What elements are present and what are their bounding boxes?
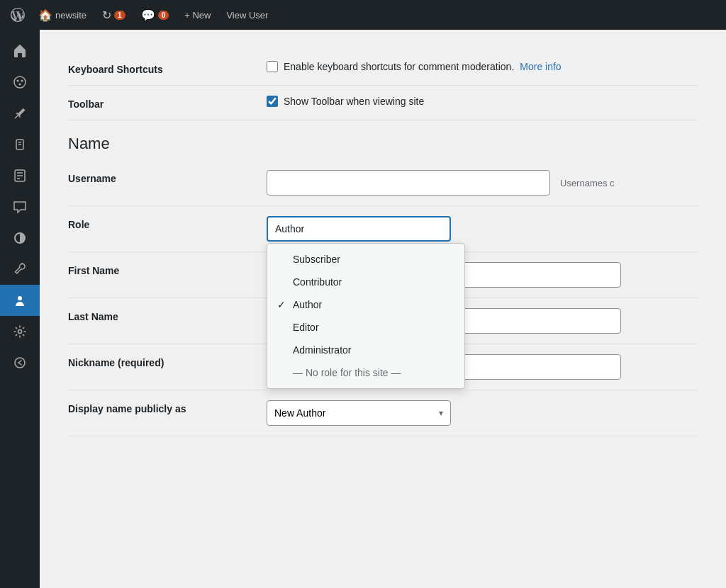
role-select-wrapper: Author Subscriber Contributor Author — [267, 216, 451, 242]
adminbar-updates[interactable]: ↻ 1 — [96, 0, 131, 30]
sidebar-item-pinned[interactable] — [0, 98, 40, 129]
display-name-value: New Author — [274, 407, 325, 419]
username-input[interactable] — [267, 170, 550, 196]
sidebar-item-dashboard[interactable] — [0, 35, 40, 67]
display-name-label: Display name publicly as — [68, 400, 267, 414]
chevron-down-icon: ▾ — [439, 408, 443, 418]
toolbar-control: Show Toolbar when viewing site — [267, 96, 698, 107]
keyboard-shortcuts-checkbox-label: Enable keyboard shortcuts for comment mo… — [284, 61, 514, 72]
adminbar-site[interactable]: 🏠 newsite — [33, 0, 92, 30]
adminbar-new[interactable]: + New — [179, 0, 216, 30]
last-name-label: Last Name — [68, 308, 267, 322]
display-name-row: Display name publicly as New Author ▾ — [68, 390, 698, 436]
keyboard-shortcuts-row: Keyboard Shortcuts Enable keyboard short… — [68, 51, 698, 86]
username-row: Username Usernames c — [68, 160, 698, 206]
sidebar-item-customize[interactable] — [0, 67, 40, 98]
sidebar-item-pages[interactable] — [0, 160, 40, 191]
role-dropdown-menu: Subscriber Contributor Author Editor Adm — [267, 243, 465, 389]
nickname-label: Nickname (required) — [68, 354, 267, 368]
username-hint: Usernames c — [560, 178, 615, 188]
display-name-control: New Author ▾ — [267, 400, 698, 426]
keyboard-shortcuts-control: Enable keyboard shortcuts for comment mo… — [267, 61, 698, 72]
sidebar-item-collapse[interactable] — [0, 347, 40, 378]
adminbar-comments[interactable]: 💬 0 — [135, 0, 175, 30]
keyboard-shortcuts-label: Keyboard Shortcuts — [68, 61, 267, 75]
role-select-button[interactable]: Author — [267, 216, 451, 242]
svg-point-0 — [14, 77, 26, 88]
first-name-label: First Name — [68, 262, 267, 276]
sidebar-item-settings[interactable] — [0, 316, 40, 347]
sidebar-item-plugins[interactable] — [0, 129, 40, 160]
dropdown-item-administrator[interactable]: Administrator — [267, 339, 464, 361]
svg-point-11 — [18, 296, 22, 300]
toolbar-checkbox[interactable] — [267, 96, 278, 107]
svg-point-2 — [21, 80, 23, 82]
role-control: Author Subscriber Contributor Author — [267, 216, 698, 242]
sidebar-item-comments[interactable] — [0, 191, 40, 222]
dropdown-item-contributor[interactable]: Contributor — [267, 271, 464, 293]
adminbar-view-user[interactable]: View User — [220, 0, 274, 30]
sidebar — [0, 30, 40, 588]
toolbar-label: Toolbar — [68, 96, 267, 110]
dropdown-item-author[interactable]: Author — [267, 293, 464, 316]
username-control: Usernames c — [267, 170, 698, 196]
username-label: Username — [68, 170, 267, 184]
toolbar-checkbox-label: Show Toolbar when viewing site — [284, 96, 424, 107]
dropdown-item-subscriber[interactable]: Subscriber — [267, 248, 464, 271]
sidebar-item-appearance[interactable] — [0, 222, 40, 254]
more-info-link[interactable]: More info — [520, 61, 561, 72]
svg-point-1 — [17, 80, 19, 82]
sidebar-item-tools[interactable] — [0, 254, 40, 285]
main-layout: Keyboard Shortcuts Enable keyboard short… — [0, 30, 726, 588]
svg-point-13 — [15, 358, 25, 368]
role-row: Role Author Subscriber Contributor — [68, 206, 698, 252]
toolbar-row: Toolbar Show Toolbar when viewing site — [68, 86, 698, 120]
svg-point-3 — [19, 84, 21, 86]
admin-bar: 🏠 newsite ↻ 1 💬 0 + New View User — [0, 0, 726, 30]
wp-logo[interactable] — [7, 4, 28, 26]
svg-point-12 — [18, 330, 22, 334]
role-selected-value: Author — [275, 223, 304, 234]
dropdown-item-no-role[interactable]: — No role for this site — — [267, 361, 464, 384]
content-area: Keyboard Shortcuts Enable keyboard short… — [40, 30, 726, 588]
name-section-heading: Name — [68, 135, 698, 153]
sidebar-item-users[interactable] — [0, 285, 40, 316]
role-label: Role — [68, 216, 267, 230]
display-name-select[interactable]: New Author ▾ — [267, 400, 451, 426]
keyboard-shortcuts-checkbox[interactable] — [267, 61, 278, 72]
dropdown-item-editor[interactable]: Editor — [267, 316, 464, 339]
